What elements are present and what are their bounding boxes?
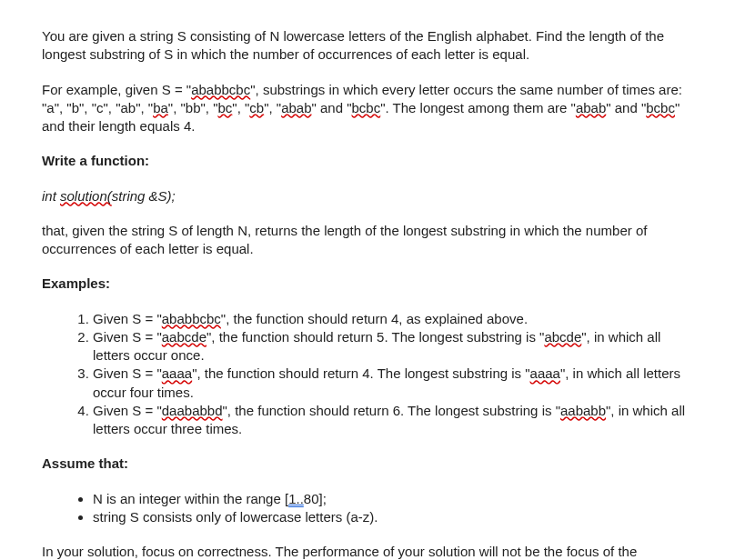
spellcheck-word: bc xyxy=(217,100,232,115)
spellcheck-word: bcbc xyxy=(646,100,675,115)
text-fragment: " and " xyxy=(312,100,352,115)
spellcheck-word: bcbc xyxy=(352,100,381,115)
text-fragment: ", " xyxy=(232,100,249,115)
spellcheck-word: daababbd xyxy=(162,403,223,418)
spellcheck-word: ababbcbc xyxy=(162,311,221,326)
example-item-1: Given S = "ababbcbc", the function shoul… xyxy=(93,310,693,328)
function-signature: int solution(string &S); xyxy=(42,187,693,205)
text-fragment: ", " xyxy=(264,100,281,115)
text-fragment: 80]; xyxy=(304,491,327,506)
text-fragment: ", the function should return 4. The lon… xyxy=(192,365,529,381)
text-fragment: For example, given S = " xyxy=(42,82,191,97)
text-fragment: Given S = " xyxy=(93,365,162,381)
grammar-word: 1.. xyxy=(288,491,304,506)
intro-paragraph: You are given a string S consisting of N… xyxy=(42,27,693,65)
spellcheck-word: ba xyxy=(153,100,168,115)
examples-list: Given S = "ababbcbc", the function shoul… xyxy=(42,310,693,439)
text-fragment: ", the function should return 4, as expl… xyxy=(221,311,528,326)
text-fragment: Given S = " xyxy=(93,403,162,418)
text-fragment: ", the function should return 5. The lon… xyxy=(206,329,544,345)
text-fragment: Given S = " xyxy=(93,329,162,345)
assume-heading: Assume that: xyxy=(42,455,693,473)
spellcheck-word: aaaa xyxy=(530,365,560,381)
text-fragment: ". The longest among them are " xyxy=(380,100,576,115)
spellcheck-word: aababb xyxy=(560,403,606,418)
spellcheck-word: abab xyxy=(281,100,311,115)
spellcheck-word: aaaa xyxy=(162,365,192,381)
spellcheck-word: aabcde xyxy=(162,329,206,345)
example-paragraph: For example, given S = "ababbcbc", subst… xyxy=(42,81,693,136)
example-item-4: Given S = "daababbd", the function shoul… xyxy=(93,402,693,439)
text-fragment: ", "bb", " xyxy=(168,100,218,115)
spellcheck-word: abab xyxy=(576,100,606,115)
document-page: You are given a string S consisting of N… xyxy=(0,0,735,560)
text-fragment: " and " xyxy=(606,100,646,115)
examples-heading: Examples: xyxy=(42,275,693,293)
text-fragment: ", the function should return 6. The lon… xyxy=(223,403,560,418)
description-paragraph: that, given the string S of length N, re… xyxy=(42,222,693,259)
text-fragment: Given S = " xyxy=(93,311,162,326)
spellcheck-word: abcde xyxy=(544,329,581,345)
spellcheck-word: ababbcbc xyxy=(191,82,250,97)
assume-list: N is an integer within the range [1..80]… xyxy=(42,490,693,527)
spellcheck-word: cb xyxy=(249,100,264,115)
example-item-3: Given S = "aaaa", the function should re… xyxy=(93,365,693,402)
assume-item-1: N is an integer within the range [1..80]… xyxy=(93,490,693,508)
spellcheck-word: solution( xyxy=(60,188,112,204)
closing-paragraph: In your solution, focus on correctness. … xyxy=(42,543,693,560)
text-fragment: N is an integer within the range [ xyxy=(93,491,288,506)
write-function-heading: Write a function: xyxy=(42,152,693,170)
text-fragment: string &S); xyxy=(112,188,176,204)
text-fragment: int xyxy=(42,188,60,204)
assume-item-2: string S consists only of lowercase lett… xyxy=(93,508,693,526)
example-item-2: Given S = "aabcde", the function should … xyxy=(93,328,693,365)
